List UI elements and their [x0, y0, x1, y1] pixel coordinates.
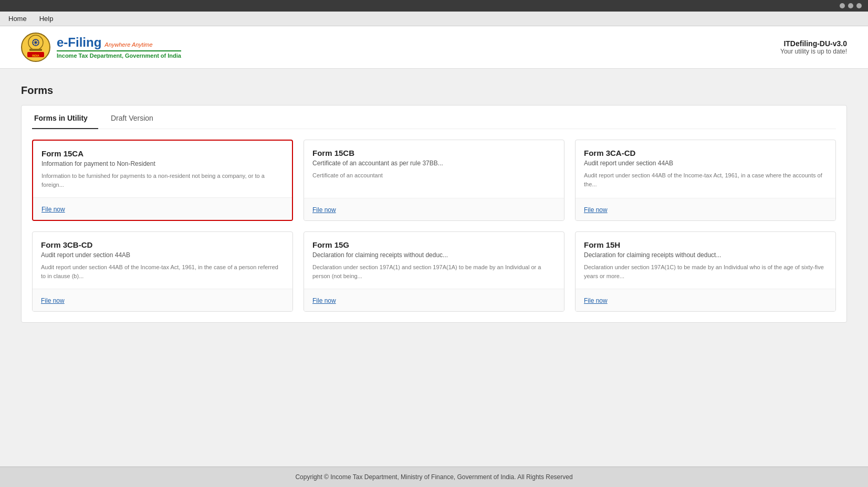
card-description-form-3ca-cd: Audit report under section 44AB of the I…: [584, 171, 827, 188]
card-form-15ca: Form 15CA Information for payment to Non…: [32, 140, 293, 221]
cards-grid: Form 15CA Information for payment to Non…: [32, 129, 836, 322]
card-title-form-3ca-cd: Form 3CA-CD: [584, 149, 827, 157]
version-subtitle: Your utility is up to date!: [780, 48, 847, 55]
card-body-form-15h: Form 15H Declaration for claiming receip…: [576, 232, 835, 289]
logo-text: e-Filing Anywhere Anytime Income Tax Dep…: [57, 36, 181, 59]
section-title: Forms: [21, 84, 847, 97]
card-subtitle-form-3ca-cd: Audit report under section 44AB: [584, 160, 827, 167]
menu-home[interactable]: Home: [8, 15, 27, 23]
version-title: ITDefiling-DU-v3.0: [780, 39, 847, 48]
card-form-15cb: Form 15CB Certificate of an accountant a…: [304, 140, 564, 221]
card-description-form-15h: Declaration under section 197A(1C) to be…: [584, 263, 827, 280]
svg-rect-7: [29, 49, 42, 51]
department-name: Income Tax Department, Government of Ind…: [57, 52, 181, 59]
tab-bar: Forms in Utility Draft Version: [32, 105, 836, 129]
card-title-form-3cb-cd: Form 3CB-CD: [41, 240, 284, 249]
title-dot-2: [848, 3, 853, 8]
footer-text: Copyright © Income Tax Department, Minis…: [295, 473, 572, 481]
tab-container: Forms in Utility Draft Version Form 15CA…: [21, 105, 847, 323]
card-title-form-15h: Form 15H: [584, 240, 827, 249]
header: INDIA e-Filing Anywhere Anytime Income T…: [0, 26, 868, 69]
file-now-link-form-15g[interactable]: File now: [312, 297, 336, 304]
title-dot-3: [856, 3, 862, 8]
file-now-link-form-3ca-cd[interactable]: File now: [584, 206, 608, 214]
card-description-form-15cb: Certificate of an accountant: [312, 171, 556, 180]
card-footer-form-15h: File now: [576, 289, 835, 311]
tab-forms-in-utility[interactable]: Forms in Utility: [32, 105, 98, 129]
card-form-3ca-cd: Form 3CA-CD Audit report under section 4…: [575, 140, 836, 221]
card-subtitle-form-15g: Declaration for claiming receipts withou…: [312, 251, 556, 259]
title-bar: [0, 0, 868, 12]
card-subtitle-form-3cb-cd: Audit report under section 44AB: [41, 251, 284, 259]
logo-area: INDIA e-Filing Anywhere Anytime Income T…: [21, 33, 181, 62]
card-description-form-15ca: Information to be furnished for payments…: [41, 172, 284, 189]
card-body-form-3ca-cd: Form 3CA-CD Audit report under section 4…: [576, 140, 835, 198]
card-footer-form-15g: File now: [304, 289, 564, 311]
card-subtitle-form-15h: Declaration for claiming receipts withou…: [584, 251, 827, 259]
file-now-link-form-15cb[interactable]: File now: [312, 206, 336, 214]
main-content: Forms Forms in Utility Draft Version For…: [0, 69, 868, 467]
emblem-icon: INDIA: [21, 33, 50, 62]
file-now-link-form-3cb-cd[interactable]: File now: [41, 297, 65, 304]
card-footer-form-15cb: File now: [304, 198, 564, 220]
card-subtitle-form-15cb: Certificate of an accountant as per rule…: [312, 160, 556, 167]
menu-bar: Home Help: [0, 12, 868, 26]
tab-draft-version[interactable]: Draft Version: [109, 105, 164, 129]
card-form-15h: Form 15H Declaration for claiming receip…: [575, 231, 836, 312]
file-now-link-form-15h[interactable]: File now: [584, 297, 608, 304]
card-body-form-15g: Form 15G Declaration for claiming receip…: [304, 232, 564, 289]
card-body-form-15ca: Form 15CA Information for payment to Non…: [33, 141, 292, 197]
svg-text:INDIA: INDIA: [32, 54, 39, 57]
footer: Copyright © Income Tax Department, Minis…: [0, 467, 868, 487]
file-now-link-form-15ca[interactable]: File now: [41, 206, 65, 213]
version-block: ITDefiling-DU-v3.0 Your utility is up to…: [780, 39, 847, 55]
card-title-form-15cb: Form 15CB: [312, 149, 556, 157]
card-subtitle-form-15ca: Information for payment to Non-Resident: [41, 160, 284, 167]
card-description-form-15g: Declaration under section 197A(1) and se…: [312, 263, 556, 280]
card-title-form-15g: Form 15G: [312, 240, 556, 249]
card-body-form-3cb-cd: Form 3CB-CD Audit report under section 4…: [33, 232, 292, 289]
menu-help[interactable]: Help: [39, 15, 54, 23]
card-footer-form-3ca-cd: File now: [576, 198, 835, 220]
card-form-3cb-cd: Form 3CB-CD Audit report under section 4…: [32, 231, 293, 312]
card-description-form-3cb-cd: Audit report under section 44AB of the I…: [41, 263, 284, 280]
app-tagline: Anywhere Anytime: [104, 41, 152, 48]
card-title-form-15ca: Form 15CA: [41, 149, 284, 158]
title-dot-1: [840, 3, 845, 8]
card-body-form-15cb: Form 15CB Certificate of an accountant a…: [304, 140, 564, 198]
card-footer-form-3cb-cd: File now: [33, 289, 292, 311]
card-form-15g: Form 15G Declaration for claiming receip…: [304, 231, 564, 312]
app-name: e-Filing: [57, 36, 101, 49]
card-footer-form-15ca: File now: [33, 197, 292, 220]
